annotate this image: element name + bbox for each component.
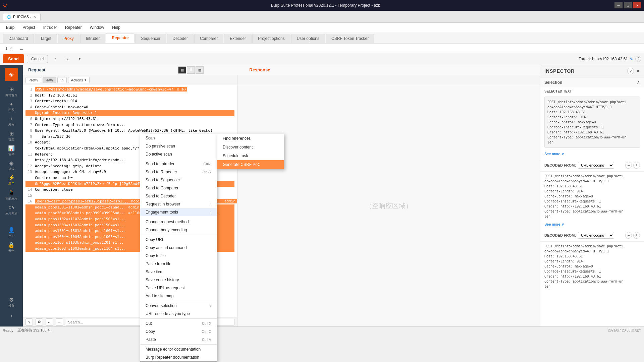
sidebar-item-apps[interactable]: ⚡ 应用: [3, 174, 20, 187]
see-more-button[interactable]: See more ∨: [540, 150, 644, 159]
back-footer-button[interactable]: ←: [46, 318, 53, 326]
decoded-minus-1-button[interactable]: −: [625, 162, 632, 169]
help-footer-button[interactable]: ?: [25, 318, 33, 326]
decoded-encoding-1-select[interactable]: URL encoding HTML encoding Base64: [578, 162, 614, 169]
sidebar-item-marketing[interactable]: 📊 营销: [3, 144, 20, 158]
menu-burp[interactable]: Burp: [3, 24, 18, 31]
maximize-button[interactable]: □: [624, 2, 632, 8]
tab-intruder[interactable]: Intruder: [80, 34, 105, 43]
ctx-paste[interactable]: PasteCtrl-V: [140, 336, 217, 344]
ctx-engagement-tools[interactable]: Engagement tools›: [140, 208, 217, 216]
see-more-2-button[interactable]: See more ∨: [540, 221, 644, 229]
ctx-paste-url-request[interactable]: Paste URL as request: [140, 284, 217, 292]
ctx-copy-url[interactable]: Copy URL: [140, 236, 217, 244]
tab-comparer[interactable]: Comparer: [194, 34, 223, 43]
menu-window[interactable]: Window: [86, 24, 107, 31]
layout-vert-icon[interactable]: ▤: [196, 66, 204, 74]
repeater-tab-more[interactable]: ...: [17, 46, 26, 51]
menu-intruder[interactable]: Intruder: [40, 24, 60, 31]
menu-help[interactable]: Help: [109, 24, 124, 31]
ctx-send-comparer[interactable]: Send to Comparer: [140, 184, 217, 192]
edit-target-icon[interactable]: ✎: [630, 57, 633, 61]
repeater-tab-close-icon[interactable]: ×: [10, 46, 12, 50]
sidebar-item-store[interactable]: 🛍 应用商店: [3, 203, 20, 217]
ctx-cut[interactable]: CutCtrl-X: [140, 319, 217, 327]
ctx-send-decoder[interactable]: Send to Decoder: [140, 192, 217, 200]
layout-split-icon[interactable]: ▥: [178, 66, 186, 74]
tab-project-options[interactable]: Project options: [252, 34, 290, 43]
tab-dashboard[interactable]: Dashboard: [3, 34, 34, 43]
actions-button[interactable]: Actions ▾: [68, 77, 90, 83]
forward-footer-button[interactable]: →: [56, 318, 63, 326]
sidebar-expand-icon[interactable]: ›: [3, 309, 20, 322]
tab-target[interactable]: Target: [35, 34, 57, 43]
sub-schedule-task[interactable]: Schedule task: [217, 152, 284, 160]
prev-nav-button[interactable]: ‹: [51, 54, 60, 64]
help-target-icon[interactable]: ?: [635, 56, 641, 62]
inspector-help-button[interactable]: ?: [627, 68, 634, 74]
menu-repeater[interactable]: Repeater: [62, 24, 85, 31]
decoded-minus-2-button[interactable]: −: [625, 232, 632, 239]
ctx-send-repeater[interactable]: Send to RepeaterCtrl-R: [140, 168, 217, 176]
settings-footer-button[interactable]: ⚙: [36, 318, 43, 326]
sidebar-item-myapps[interactable]: 📱 我的应用: [3, 188, 20, 202]
tab-repeater[interactable]: Repeater: [106, 33, 135, 43]
send-button[interactable]: Send: [3, 54, 24, 63]
ctx-convert-selection[interactable]: Convert selection›: [140, 302, 217, 310]
close-tab-icon[interactable]: ✕: [33, 15, 36, 19]
ctx-sep-6: [140, 344, 217, 345]
sidebar-item-home[interactable]: ⊞ 网站首页: [3, 85, 20, 99]
layout-horiz-icon[interactable]: ☰: [187, 66, 195, 74]
ctx-request-in-browser[interactable]: Request in browser›: [140, 200, 217, 208]
sidebar-item-manage[interactable]: ⊞ 管理: [3, 129, 20, 143]
cancel-button[interactable]: Cancel: [27, 55, 48, 63]
nav-dropdown-button[interactable]: ▾: [75, 54, 84, 64]
tab-extender[interactable]: Extender: [224, 34, 252, 43]
repeater-tab-1[interactable]: 1 ×: [3, 46, 15, 51]
ctx-change-method[interactable]: Change request method: [140, 218, 217, 226]
sidebar-item-security[interactable]: 🔒 安全: [3, 241, 20, 254]
sub-find-references[interactable]: Find references: [217, 134, 284, 143]
decoded-plus-2-button[interactable]: +: [633, 232, 640, 239]
ctx-copy[interactable]: CopyCtrl-C: [140, 327, 217, 336]
selection-section-header[interactable]: Selection ∧: [540, 77, 644, 87]
sidebar-item-publish[interactable]: + 发布: [3, 115, 20, 128]
decoded-encoding-2-select[interactable]: URL encoding HTML encoding Base64: [578, 232, 614, 239]
browser-tab[interactable]: 🌐 PHPCMS - ✕: [3, 13, 41, 20]
tab-csrf[interactable]: CSRF Token Tracker: [326, 34, 374, 43]
newline-button[interactable]: \n: [57, 77, 66, 83]
next-nav-button[interactable]: ›: [63, 54, 72, 64]
tab-proxy[interactable]: Proxy: [58, 34, 79, 43]
close-button[interactable]: ✕: [633, 2, 641, 8]
pretty-button[interactable]: Pretty: [25, 77, 41, 83]
tab-decoder[interactable]: Decoder: [167, 34, 194, 43]
inspector-close-button[interactable]: ✕: [636, 68, 640, 74]
sidebar-item-content[interactable]: ✦ 内容: [3, 100, 20, 113]
sub-discover-content[interactable]: Discover content: [217, 143, 284, 152]
ctx-save-history[interactable]: Save entire history: [140, 276, 217, 284]
ctx-change-body-encoding[interactable]: Change body encoding: [140, 226, 217, 234]
ctx-send-intruder[interactable]: Send to IntruderCtrl-I: [140, 160, 217, 168]
ctx-copy-to-file[interactable]: Copy to file: [140, 252, 217, 260]
decoded-plus-1-button[interactable]: +: [633, 162, 640, 169]
ctx-paste-from-file[interactable]: Paste from file: [140, 260, 217, 268]
ctx-repeater-doc[interactable]: Burp Repeater documentation: [140, 353, 217, 361]
ctx-active-scan[interactable]: Do active scan: [140, 150, 217, 158]
tab-user-options[interactable]: User options: [291, 34, 325, 43]
ctx-scan[interactable]: Scan: [140, 134, 217, 142]
menu-project[interactable]: Project: [19, 24, 38, 31]
ctx-editor-doc[interactable]: Message editor documentation: [140, 345, 217, 353]
ctx-url-encode-type[interactable]: URL-encode as you type: [140, 310, 217, 318]
sidebar-item-users[interactable]: 👤 用户: [3, 226, 20, 239]
tab-sequencer[interactable]: Sequencer: [135, 34, 166, 43]
ctx-save-item[interactable]: Save item: [140, 268, 217, 276]
ctx-send-sequencer[interactable]: Send to Sequencer: [140, 176, 217, 184]
raw-button[interactable]: Raw: [43, 77, 56, 83]
sidebar-item-appearance[interactable]: ◈ 外观: [3, 159, 20, 172]
sub-generate-csrf[interactable]: Generate CSRF PoC: [217, 160, 284, 169]
sidebar-item-settings[interactable]: ⚙ 设置: [3, 296, 20, 309]
ctx-add-sitemap[interactable]: Add to site map: [140, 292, 217, 300]
ctx-copy-curl[interactable]: Copy as curl command: [140, 244, 217, 252]
minimize-button[interactable]: ─: [614, 2, 623, 8]
ctx-passive-scan[interactable]: Do passive scan: [140, 142, 217, 150]
